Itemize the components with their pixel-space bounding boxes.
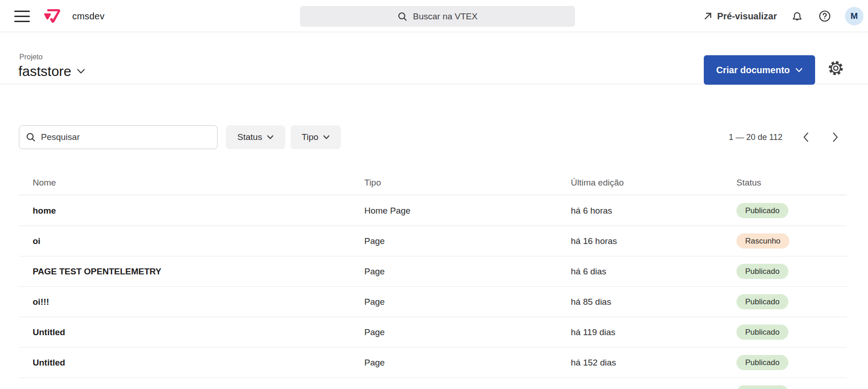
previous-page-button[interactable] xyxy=(800,130,812,144)
search-icon xyxy=(26,132,36,142)
next-page-button[interactable] xyxy=(829,130,841,144)
document-name: oi!!! xyxy=(19,297,364,307)
type-filter-label: Tipo xyxy=(302,132,318,142)
account-name: cmsdev xyxy=(72,11,104,22)
create-document-label: Criar documento xyxy=(716,65,790,75)
status-filter-label: Status xyxy=(237,132,262,142)
document-status-cell: Publicado xyxy=(736,203,847,218)
document-status-cell: Rascunho xyxy=(736,233,847,249)
document-last-edited: há 6 horas xyxy=(571,206,736,216)
document-type: Page xyxy=(364,327,571,337)
help-icon[interactable] xyxy=(817,9,832,23)
document-status-cell: Publicado xyxy=(736,355,847,370)
document-name: oi xyxy=(19,236,364,246)
column-header-type: Tipo xyxy=(364,178,571,188)
table-row[interactable]: oi Page há 16 horas Rascunho xyxy=(19,226,847,256)
create-document-button[interactable]: Criar documento xyxy=(704,55,815,85)
document-name: home xyxy=(19,206,364,216)
document-name: Untitled xyxy=(19,358,364,368)
search-icon xyxy=(397,12,408,22)
pagination: 1 — 20 de 112 xyxy=(729,125,841,149)
table-row[interactable]: Untitled Page há 152 dias Publicado xyxy=(19,348,847,378)
document-type: Page xyxy=(364,297,571,307)
menu-icon[interactable] xyxy=(13,9,31,24)
chevron-left-icon xyxy=(803,132,809,143)
table-row[interactable]: PAGE TEST OPENTELEMETRY Page há 6 dias P… xyxy=(19,256,847,287)
avatar-initial: M xyxy=(851,11,858,21)
chevron-down-icon xyxy=(267,135,274,139)
document-status-cell: Publicado xyxy=(736,325,847,340)
column-header-name: Nome xyxy=(19,178,364,188)
document-last-edited: há 16 horas xyxy=(571,236,736,246)
status-badge: Rascunho xyxy=(736,233,789,249)
table-row[interactable]: oi!!! Page há 85 dias Publicado xyxy=(19,287,847,317)
column-header-last-edited: Última edição xyxy=(571,178,736,188)
table-body: home Home Page há 6 horas Publicado oi P… xyxy=(19,196,847,389)
search-input[interactable] xyxy=(41,132,211,142)
notifications-bell-icon[interactable] xyxy=(790,9,805,23)
settings-gear-icon[interactable] xyxy=(827,59,845,77)
document-type: Page xyxy=(364,236,571,246)
document-name: PAGE TEST OPENTELEMETRY xyxy=(19,267,364,277)
document-last-edited: há 6 dias xyxy=(571,267,736,277)
project-selector[interactable]: faststore xyxy=(18,64,85,79)
preview-button-label: Pré-visualizar xyxy=(717,11,777,22)
document-type: Home Page xyxy=(364,206,571,216)
preview-button[interactable]: Pré-visualizar xyxy=(703,11,777,22)
table-row[interactable]: Publicado xyxy=(19,378,847,389)
document-last-edited: há 119 dias xyxy=(571,327,736,337)
topbar-left: cmsdev xyxy=(13,0,104,32)
status-badge: Publicado xyxy=(736,203,788,218)
chevron-right-icon xyxy=(832,132,839,143)
document-status-cell: Publicado xyxy=(736,294,847,309)
project-name: faststore xyxy=(18,64,71,79)
pagination-range: 1 — 20 de 112 xyxy=(729,133,782,142)
document-type: Page xyxy=(364,267,571,277)
status-badge: Publicado xyxy=(736,355,788,370)
chevron-down-icon xyxy=(795,68,803,73)
chevron-down-icon xyxy=(77,69,85,74)
document-type: Page xyxy=(364,358,571,368)
status-badge: Publicado xyxy=(736,325,788,340)
table-row[interactable]: home Home Page há 6 horas Publicado xyxy=(19,196,847,226)
global-search-placeholder: Buscar na VTEX xyxy=(413,12,477,22)
document-status-cell: Publicado xyxy=(736,385,847,389)
chevron-down-icon xyxy=(323,135,330,139)
user-avatar[interactable]: M xyxy=(845,7,863,25)
document-last-edited: há 152 dias xyxy=(571,358,736,368)
global-search-bar[interactable]: Buscar na VTEX xyxy=(300,6,575,27)
status-badge: Publicado xyxy=(736,385,788,389)
project-header: Projeto faststore Criar documento xyxy=(0,32,868,84)
document-name: Untitled xyxy=(19,327,364,337)
status-badge: Publicado xyxy=(736,264,788,279)
status-badge: Publicado xyxy=(736,294,788,309)
status-filter-dropdown[interactable]: Status xyxy=(226,125,285,149)
vtex-logo-icon[interactable] xyxy=(43,6,60,26)
document-last-edited: há 85 dias xyxy=(571,297,736,307)
document-status-cell: Publicado xyxy=(736,264,847,279)
vtex-cms-page: cmsdev Buscar na VTEX Pré-visualizar xyxy=(0,0,868,389)
column-header-status: Status xyxy=(736,178,847,188)
table-row[interactable]: Untitled Page há 119 dias Publicado xyxy=(19,317,847,348)
table-header: Nome Tipo Última edição Status xyxy=(19,170,847,195)
project-label: Projeto xyxy=(19,53,43,61)
type-filter-dropdown[interactable]: Tipo xyxy=(291,125,341,149)
topbar: cmsdev Buscar na VTEX Pré-visualizar xyxy=(0,0,868,32)
document-search-input[interactable] xyxy=(19,125,218,149)
arrow-up-right-icon xyxy=(703,12,713,21)
topbar-right: Pré-visualizar M xyxy=(703,0,863,32)
